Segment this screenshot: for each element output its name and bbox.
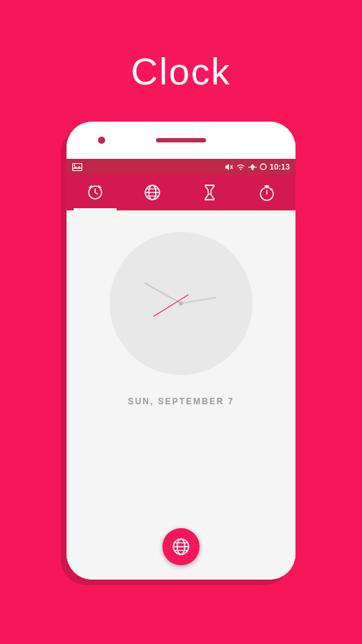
svg-line-9: [95, 192, 97, 194]
status-bar-right: 10:13: [225, 162, 290, 171]
clock-date: SUN, SEPTEMBER 7: [128, 396, 235, 406]
svg-line-25: [181, 298, 215, 303]
svg-point-2: [74, 164, 75, 165]
phone-content: SUN, SEPTEMBER 7: [67, 210, 295, 580]
fab-globe-icon: [171, 537, 191, 557]
airplane-icon: [248, 163, 257, 171]
circle-icon: [260, 163, 267, 170]
globe-icon: [143, 183, 162, 202]
svg-point-27: [179, 301, 183, 306]
volume-icon: [225, 163, 233, 171]
status-bar-left: [72, 163, 82, 171]
tab-stopwatch[interactable]: [245, 175, 288, 210]
tab-timer[interactable]: [188, 175, 231, 210]
wifi-icon: [236, 163, 245, 171]
status-time: 10:13: [270, 162, 290, 171]
svg-line-23: [271, 189, 273, 190]
clock-svg: [109, 232, 253, 375]
svg-point-6: [260, 164, 266, 170]
phone-speaker: [156, 138, 206, 142]
image-icon: [72, 163, 82, 171]
tab-world-clock[interactable]: [131, 175, 174, 210]
phone-camera: [98, 137, 105, 144]
alarm-icon: [86, 182, 104, 201]
nav-bar: [67, 175, 295, 210]
svg-marker-1: [73, 166, 82, 169]
app-title: Clock: [131, 50, 231, 93]
stopwatch-icon: [258, 183, 276, 202]
tab-alarm[interactable]: [74, 175, 117, 210]
status-bar: 10:13: [67, 159, 295, 175]
phone-top-bezel: [67, 122, 295, 159]
fab-world-clock[interactable]: [162, 528, 200, 565]
svg-line-24: [145, 283, 181, 303]
clock-face: [109, 232, 253, 375]
svg-marker-3: [225, 164, 229, 170]
hourglass-icon: [200, 183, 219, 202]
clock-container: [109, 232, 253, 375]
phone-mockup: 10:13: [67, 122, 295, 580]
